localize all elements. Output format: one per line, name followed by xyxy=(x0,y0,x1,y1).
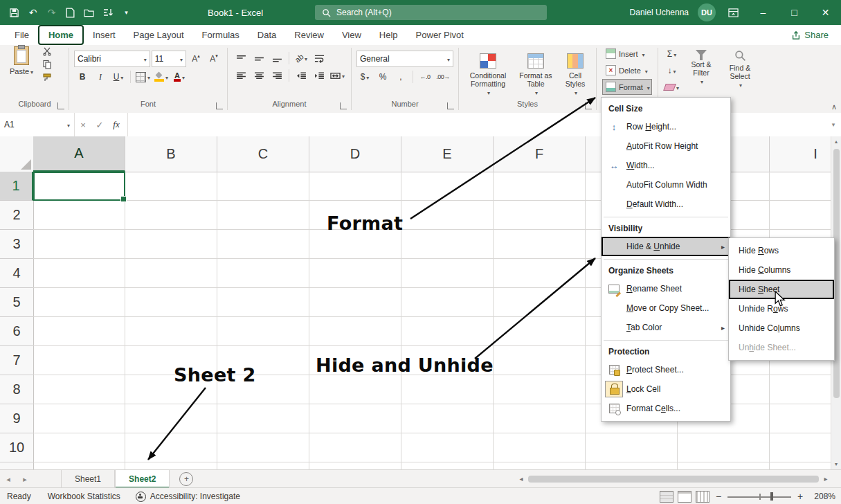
ribbon-display-options-icon[interactable] xyxy=(725,4,742,21)
font-size-select[interactable]: 11 xyxy=(152,51,186,67)
decrease-font-size-button[interactable]: A▾ xyxy=(206,51,222,66)
row-header-4[interactable]: 4 xyxy=(0,259,33,288)
user-name[interactable]: Daniel Uchenna xyxy=(630,8,689,17)
column-header-e[interactable]: E xyxy=(401,136,494,172)
tab-file[interactable]: File xyxy=(6,26,38,44)
menu-item-rename-sheet[interactable]: Rename Sheet xyxy=(602,279,730,298)
conditional-formatting-button[interactable]: Conditional Formatting xyxy=(463,48,513,100)
fill-handle[interactable] xyxy=(120,196,127,202)
tab-formulas[interactable]: Formulas xyxy=(193,26,248,44)
increase-decimal-button[interactable]: ←.0 xyxy=(417,69,433,84)
align-right-button[interactable] xyxy=(269,68,285,83)
page-break-view-button[interactable] xyxy=(696,491,709,503)
page-layout-view-button[interactable] xyxy=(678,491,691,503)
menu-item-width[interactable]: Width... xyxy=(602,156,730,175)
row-header-10[interactable]: 10 xyxy=(0,433,33,462)
share-button[interactable]: Share xyxy=(791,27,829,43)
tab-data[interactable]: Data xyxy=(248,26,285,44)
column-header-d[interactable]: D xyxy=(309,136,401,172)
bold-button[interactable]: B xyxy=(74,69,91,84)
column-header-a[interactable]: A xyxy=(33,136,125,172)
avatar[interactable]: DU xyxy=(698,3,716,21)
format-painter-button[interactable] xyxy=(39,71,55,84)
hscroll-left-icon[interactable]: ◂ xyxy=(516,475,527,483)
horizontal-scroll-thumb[interactable] xyxy=(528,476,819,483)
merge-center-button[interactable] xyxy=(329,68,346,83)
column-header-b[interactable]: B xyxy=(125,136,217,172)
increase-indent-button[interactable] xyxy=(311,68,327,83)
menu-item-tab-color[interactable]: Tab Color▸ xyxy=(602,318,730,337)
accessibility-status[interactable]: Accessibility: Investigate xyxy=(136,492,240,502)
normal-view-button[interactable] xyxy=(660,491,673,503)
comma-style-button[interactable]: , xyxy=(392,69,409,84)
scroll-down-icon[interactable]: ▾ xyxy=(835,459,838,469)
submenu-item-unhide-columns[interactable]: Unhide Columns xyxy=(729,318,834,338)
menu-item-protect-sheet[interactable]: Protect Sheet... xyxy=(602,360,730,379)
percent-style-button[interactable]: % xyxy=(374,69,391,84)
menu-item-row-height[interactable]: Row Height... xyxy=(602,117,730,136)
menu-item-autofit-column-width[interactable]: AutoFit Column Width xyxy=(602,175,730,195)
zoom-thumb[interactable] xyxy=(770,492,773,501)
tab-page-layout[interactable]: Page Layout xyxy=(125,26,193,44)
redo-icon[interactable]: ↷ xyxy=(43,4,60,21)
accounting-format-button[interactable]: $ xyxy=(356,69,373,84)
align-center-button[interactable] xyxy=(251,68,267,83)
sheet-tab-sheet2[interactable]: Sheet2 xyxy=(115,470,170,488)
fill-button[interactable]: ↓ xyxy=(663,63,680,78)
tab-view[interactable]: View xyxy=(333,26,370,44)
row-header-3[interactable]: 3 xyxy=(0,230,33,259)
cancel-icon[interactable]: × xyxy=(75,113,91,136)
wrap-text-button[interactable] xyxy=(311,51,327,66)
underline-button[interactable]: U xyxy=(110,69,127,84)
menu-item-move-or-copy-sheet[interactable]: Move or Copy Sheet... xyxy=(602,298,730,318)
alignment-dialog-launcher-icon[interactable] xyxy=(340,102,347,109)
collapse-ribbon-icon[interactable]: ∧ xyxy=(831,102,837,111)
zoom-in-button[interactable]: + xyxy=(795,491,805,502)
paste-button[interactable]: Paste xyxy=(6,45,37,100)
column-header-c[interactable]: C xyxy=(217,136,309,172)
menu-item-lock-cell[interactable]: Lock Cell xyxy=(602,379,730,399)
menu-item-hide-and-unhide[interactable]: Hide & Unhide▸ xyxy=(602,237,730,256)
increase-font-size-button[interactable]: A▴ xyxy=(188,51,204,66)
zoom-out-button[interactable]: − xyxy=(714,491,723,502)
borders-button[interactable] xyxy=(134,69,152,84)
tab-help[interactable]: Help xyxy=(370,26,407,44)
submenu-item-hide-sheet[interactable]: Hide Sheet xyxy=(729,280,834,299)
fill-color-button[interactable] xyxy=(153,69,170,84)
submenu-item-hide-rows[interactable]: Hide Rows xyxy=(729,241,834,260)
submenu-item-unhide-rows[interactable]: Unhide Rows xyxy=(729,299,834,318)
search-box[interactable]: Search (Alt+Q) xyxy=(315,5,547,20)
delete-button[interactable]: ×Delete xyxy=(603,63,651,78)
tab-review[interactable]: Review xyxy=(285,26,333,44)
close-button[interactable]: ✕ xyxy=(810,0,841,25)
insert-function-button[interactable]: fx xyxy=(108,113,125,136)
undo-icon[interactable]: ↶ xyxy=(24,4,42,21)
formula-bar-expand-icon[interactable]: ▾ xyxy=(826,113,841,136)
select-all-corner[interactable] xyxy=(0,136,34,172)
sheet-nav-left-icon[interactable]: ◂ xyxy=(0,470,17,488)
workbook-statistics-button[interactable]: Workbook Statistics xyxy=(48,492,120,501)
cut-button[interactable] xyxy=(39,45,55,57)
sort-icon[interactable] xyxy=(99,4,116,21)
font-dialog-launcher-icon[interactable] xyxy=(216,102,223,109)
sheet-tab-sheet1[interactable]: Sheet1 xyxy=(61,470,115,488)
row-header-6[interactable]: 6 xyxy=(0,317,33,346)
new-sheet-button[interactable]: + xyxy=(179,472,193,486)
styles-dialog-launcher-icon[interactable] xyxy=(585,102,592,109)
column-header-i[interactable]: I xyxy=(770,136,831,172)
zoom-slider[interactable] xyxy=(727,492,791,501)
submenu-item-hide-columns[interactable]: Hide Columns xyxy=(729,260,834,280)
sheet-nav-right-icon[interactable]: ▸ xyxy=(17,470,33,488)
orientation-button[interactable]: ab xyxy=(293,51,309,66)
number-dialog-launcher-icon[interactable] xyxy=(447,102,454,109)
autosum-button[interactable]: Σ xyxy=(663,46,680,62)
name-box[interactable]: A1 xyxy=(0,113,75,136)
cell-styles-button[interactable]: Cell Styles xyxy=(559,48,592,100)
minimize-button[interactable]: – xyxy=(748,0,779,25)
menu-item-format-cells[interactable]: Format Cells... xyxy=(602,399,730,418)
align-top-button[interactable] xyxy=(233,51,249,66)
clear-button[interactable] xyxy=(663,80,680,95)
decrease-decimal-button[interactable]: .00→ xyxy=(435,69,451,84)
align-middle-button[interactable] xyxy=(251,51,267,66)
enter-icon[interactable]: ✓ xyxy=(91,113,108,136)
